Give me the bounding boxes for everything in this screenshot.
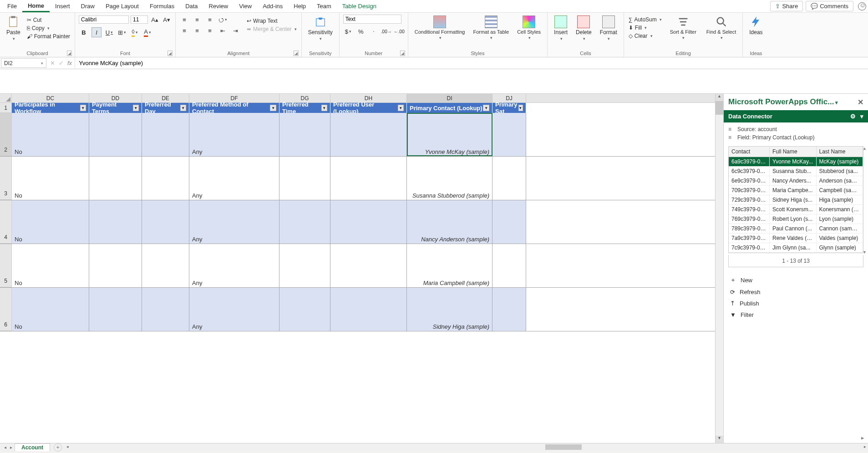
sheet-nav-prev[interactable]: ◂: [3, 445, 8, 450]
worksheet-grid[interactable]: DCDDDEDFDGDHDIDJ 1 Participates in Workf…: [0, 94, 715, 443]
row-header-4[interactable]: 4: [0, 200, 12, 244]
align-right-button[interactable]: ≡: [205, 25, 215, 36]
comments-button[interactable]: 💬 Comments: [806, 1, 853, 11]
fx-button[interactable]: fx: [67, 60, 72, 66]
cell-dh-6[interactable]: [330, 288, 407, 331]
alignment-dialog-launcher[interactable]: ◢: [294, 51, 299, 56]
sheet-tab-account[interactable]: Account: [15, 443, 50, 451]
sensitivity-button[interactable]: Sensitivity: [305, 15, 335, 42]
cell-dd-3[interactable]: [89, 157, 142, 200]
table-header-dg[interactable]: Preferred Time▾: [279, 103, 330, 113]
cell-dd-2[interactable]: [89, 113, 142, 156]
col-header-di[interactable]: DI: [407, 94, 492, 102]
menu-insert[interactable]: Insert: [50, 1, 76, 11]
font-name-input[interactable]: [79, 15, 129, 24]
cell-df-6[interactable]: Any: [189, 288, 279, 331]
cell-df-2[interactable]: Any: [189, 113, 279, 156]
cell-dg-6[interactable]: [279, 288, 330, 331]
table-header-dh[interactable]: Preferred User (Lookup)▾: [330, 103, 407, 113]
cell-dj-6[interactable]: [492, 288, 526, 331]
menu-page-layout[interactable]: Page Layout: [100, 1, 144, 11]
copy-button[interactable]: ⎘Copy: [26, 25, 71, 32]
cell-dc-6[interactable]: No: [12, 288, 89, 331]
insert-cells-button[interactable]: Insert: [551, 15, 570, 42]
number-format-select[interactable]: [343, 15, 401, 24]
lookup-row[interactable]: 749c3979-02a...Scott Konersm...Konersman…: [729, 205, 863, 214]
action-refresh[interactable]: ⟳Refresh: [728, 286, 863, 298]
lookup-row[interactable]: 709c3979-02a...Maria Campbe...Campbell (…: [729, 186, 863, 195]
lookup-row[interactable]: 7a9c3979-02a...Rene Valdes (s...Valdes (…: [729, 234, 863, 243]
filter-button[interactable]: ▾: [80, 105, 86, 111]
cell-dg-2[interactable]: [279, 113, 330, 156]
menu-formulas[interactable]: Formulas: [144, 1, 180, 11]
add-sheet-button[interactable]: ＋: [54, 443, 62, 452]
merge-center-button[interactable]: ⬌Merge & Center: [246, 25, 298, 33]
lookup-col-fullname[interactable]: Full Name: [770, 147, 817, 157]
menu-view[interactable]: View: [233, 1, 257, 11]
scroll-up-button[interactable]: ▲: [716, 94, 723, 101]
menu-home[interactable]: Home: [22, 0, 50, 12]
confirm-formula-button[interactable]: ✓: [59, 60, 64, 66]
share-button[interactable]: ⇧ Share: [770, 1, 803, 11]
delete-cells-button[interactable]: Delete: [573, 15, 594, 42]
accounting-format-button[interactable]: $: [343, 26, 353, 36]
feedback-button[interactable]: [858, 2, 866, 10]
scroll-down-button[interactable]: ▼: [716, 436, 723, 443]
decrease-indent-button[interactable]: ⇤: [218, 25, 228, 36]
cell-dj-2[interactable]: [492, 113, 526, 156]
align-top-button[interactable]: ≡: [179, 15, 189, 25]
vertical-scrollbar[interactable]: ▲ ▼: [715, 94, 723, 443]
decrease-font-button[interactable]: A▾: [162, 15, 172, 25]
format-cells-button[interactable]: Format: [597, 15, 620, 42]
cell-df-4[interactable]: Any: [189, 200, 279, 244]
scroll-thumb[interactable]: [716, 101, 723, 115]
clear-button[interactable]: ◇Clear: [628, 32, 663, 40]
cell-dj-5[interactable]: [492, 244, 526, 287]
lookup-row[interactable]: 7c9c3979-02a...Jim Glynn (sa...Glynn (sa…: [729, 243, 863, 253]
cell-dj-4[interactable]: [492, 200, 526, 244]
name-box[interactable]: DI2: [1, 58, 46, 68]
lookup-row[interactable]: 789c3979-02a...Paul Cannon (...Cannon (s…: [729, 224, 863, 234]
action-publish[interactable]: ⤒Publish: [728, 298, 863, 309]
font-size-input[interactable]: [131, 15, 148, 24]
cell-de-3[interactable]: [142, 157, 189, 200]
horizontal-scrollbar[interactable]: [72, 444, 861, 450]
filter-button[interactable]: ▾: [398, 105, 404, 111]
fill-color-button[interactable]: ◊: [130, 27, 140, 37]
row-header-1[interactable]: 1: [0, 103, 12, 113]
find-select-button[interactable]: Find & Select: [704, 15, 739, 41]
italic-button[interactable]: I: [91, 27, 102, 37]
cell-dh-3[interactable]: [330, 157, 407, 200]
filter-button[interactable]: ▾: [321, 105, 327, 111]
clipboard-dialog-launcher[interactable]: ◢: [67, 51, 72, 56]
cell-dh-2[interactable]: [330, 113, 407, 156]
comma-button[interactable]: ᐧ: [369, 26, 379, 36]
ideas-button[interactable]: Ideas: [746, 15, 765, 36]
action-filter[interactable]: ▼Filter: [728, 309, 863, 321]
increase-decimal-button[interactable]: .00→: [381, 26, 391, 36]
menu-table-design[interactable]: Table Design: [337, 1, 382, 11]
table-header-df[interactable]: Preferred Method of Contact▾: [189, 103, 279, 113]
align-center-button[interactable]: ≡: [192, 25, 202, 36]
lookup-row[interactable]: 6e9c3979-02a...Nancy Anders...Anderson (…: [729, 176, 863, 186]
cell-de-4[interactable]: [142, 200, 189, 244]
borders-button[interactable]: ⊞: [117, 27, 127, 37]
bold-button[interactable]: B: [79, 27, 89, 37]
autosum-button[interactable]: ∑AutoSum: [628, 16, 663, 23]
paste-button[interactable]: Paste: [4, 15, 23, 42]
cell-di-6[interactable]: Sidney Higa (sample): [407, 288, 492, 331]
wrap-text-button[interactable]: ↩Wrap Text: [246, 17, 298, 25]
filter-button[interactable]: ▾: [270, 105, 276, 111]
lookup-row[interactable]: 6a9c3979-02a...Yvonne McKay...McKay (sam…: [729, 157, 863, 167]
cell-de-6[interactable]: [142, 288, 189, 331]
menu-file[interactable]: File: [2, 1, 22, 11]
sheet-nav-next[interactable]: ▸: [9, 445, 14, 450]
cell-dc-5[interactable]: No: [12, 244, 89, 287]
hscroll-thumb[interactable]: [545, 444, 582, 450]
connector-dropdown[interactable]: ▾: [860, 113, 863, 120]
conditional-formatting-button[interactable]: Conditional Formatting: [412, 15, 468, 41]
cell-dd-4[interactable]: [89, 200, 142, 244]
lookup-row[interactable]: 6c9c3979-02a...Susanna Stub...Stubberod …: [729, 167, 863, 176]
decrease-decimal-button[interactable]: ←.00: [394, 26, 404, 36]
cell-dd-6[interactable]: [89, 288, 142, 331]
